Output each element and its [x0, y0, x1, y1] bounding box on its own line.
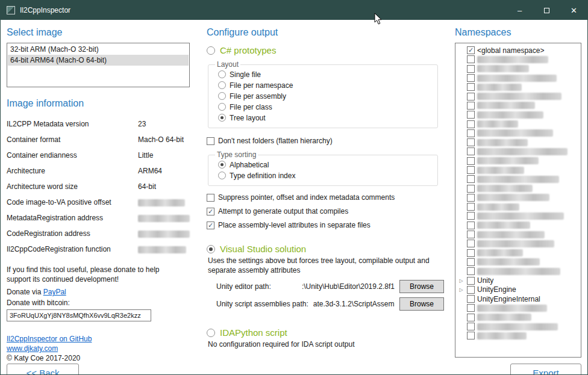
namespace-checkbox[interactable]	[467, 55, 475, 63]
image-list-item[interactable]: 32-bit ARM (Mach-O 32-bit)	[8, 44, 189, 55]
namespace-row[interactable]	[458, 129, 578, 138]
namespace-row[interactable]	[458, 119, 578, 128]
namespace-checkbox[interactable]	[467, 277, 475, 285]
namespace-row[interactable]	[458, 138, 578, 147]
namespace-row[interactable]: ▷UnityEngine	[458, 285, 578, 294]
namespace-checkbox[interactable]	[467, 65, 475, 73]
radio-option[interactable]: Type definition index	[218, 170, 433, 181]
namespace-row[interactable]	[458, 258, 578, 267]
bitcoin-address-field[interactable]	[7, 309, 151, 321]
radio-option[interactable]: File per assembly	[218, 91, 433, 101]
radio-icon	[218, 92, 226, 100]
namespace-checkbox[interactable]	[467, 166, 475, 174]
namespace-row[interactable]	[458, 202, 578, 211]
namespace-checkbox[interactable]	[467, 286, 475, 294]
namespace-row[interactable]	[458, 157, 578, 166]
namespace-checkbox[interactable]	[467, 175, 475, 183]
minimize-button[interactable]: –	[506, 1, 533, 20]
namespace-checkbox[interactable]	[467, 231, 475, 238]
namespace-checkbox[interactable]	[467, 222, 475, 229]
checkbox-option[interactable]: ✓Attempt to generate output that compile…	[207, 207, 445, 215]
namespace-row[interactable]	[458, 64, 578, 73]
namespace-list[interactable]: ✓<global namespace>▷Unity▷UnityEngineUni…	[455, 43, 581, 358]
namespace-row[interactable]	[458, 221, 578, 230]
namespace-checkbox[interactable]	[467, 258, 475, 266]
namespace-row[interactable]	[458, 175, 578, 184]
close-button[interactable]: ✕	[560, 1, 587, 20]
namespace-checkbox[interactable]	[467, 147, 475, 155]
namespace-checkbox[interactable]	[467, 323, 475, 330]
info-row: Il2CppCodeRegistration function	[7, 241, 190, 257]
namespace-row[interactable]	[458, 193, 578, 202]
namespace-checkbox[interactable]	[467, 138, 475, 146]
namespace-row[interactable]: ▷Unity	[458, 276, 578, 285]
namespace-row[interactable]	[458, 331, 578, 340]
namespace-checkbox[interactable]	[467, 194, 475, 202]
namespace-checkbox[interactable]	[467, 83, 475, 91]
namespace-checkbox[interactable]	[467, 295, 475, 303]
maximize-button[interactable]	[533, 1, 560, 20]
namespace-checkbox[interactable]	[467, 249, 475, 257]
export-button[interactable]: Export	[510, 364, 581, 375]
namespace-row[interactable]: ✓<global namespace>	[458, 46, 578, 55]
namespace-row[interactable]	[458, 313, 578, 322]
idapython-option[interactable]: IDAPython script	[207, 327, 445, 338]
namespace-row[interactable]	[458, 211, 578, 220]
namespace-row[interactable]	[458, 101, 578, 110]
namespace-checkbox[interactable]	[467, 111, 475, 119]
namespace-row[interactable]	[458, 55, 578, 64]
expander-icon[interactable]: ▷	[458, 278, 464, 284]
namespace-row[interactable]	[458, 303, 578, 312]
namespace-checkbox[interactable]	[467, 74, 475, 82]
namespace-checkbox[interactable]	[467, 203, 475, 211]
namespace-row[interactable]	[458, 110, 578, 119]
namespace-row[interactable]	[458, 91, 578, 101]
website-link[interactable]: www.djkaty.com	[7, 344, 58, 353]
radio-option[interactable]: File per namespace	[218, 80, 433, 90]
namespace-checkbox[interactable]	[467, 157, 475, 165]
namespace-checkbox[interactable]	[467, 314, 475, 321]
namespace-checkbox[interactable]	[467, 93, 475, 101]
csharp-prototypes-option[interactable]: C# prototypes	[207, 45, 445, 55]
namespace-row[interactable]	[458, 73, 578, 82]
namespace-checkbox[interactable]	[467, 129, 475, 137]
namespace-checkbox[interactable]	[467, 212, 475, 220]
namespace-row[interactable]	[458, 322, 578, 331]
namespace-row[interactable]	[458, 267, 578, 276]
namespace-checkbox[interactable]	[467, 267, 475, 275]
namespace-row[interactable]	[458, 82, 578, 91]
namespace-checkbox[interactable]	[467, 120, 475, 128]
namespace-checkbox[interactable]	[467, 102, 475, 110]
checkbox-option[interactable]: ✓Place assembly-level attributes in sepa…	[207, 221, 445, 229]
namespace-row[interactable]	[458, 147, 578, 156]
checkbox-option[interactable]: Suppress pointer, offset and index metad…	[207, 193, 445, 202]
browse-assemblies-button[interactable]: Browse	[399, 297, 444, 311]
namespace-checkbox[interactable]	[467, 304, 475, 312]
namespace-row[interactable]	[458, 166, 578, 175]
radio-option[interactable]: File per class	[218, 102, 433, 112]
namespace-checkbox[interactable]	[467, 185, 475, 193]
namespace-row[interactable]	[458, 249, 578, 258]
browse-editor-button[interactable]: Browse	[399, 280, 444, 293]
radio-option[interactable]: Tree layout	[218, 113, 433, 123]
radio-option[interactable]: Single file	[218, 69, 433, 79]
namespace-checkbox[interactable]	[467, 332, 475, 339]
back-button[interactable]: << Back	[7, 364, 79, 375]
visual-studio-option[interactable]: Visual Studio solution	[207, 244, 445, 254]
info-row: CodeRegistration address	[7, 226, 190, 241]
namespace-row[interactable]	[458, 239, 578, 248]
paypal-link[interactable]: PayPal	[43, 288, 66, 296]
flatten-checkbox-option[interactable]: Don't nest folders (flatten hierarchy)	[207, 137, 445, 145]
namespace-row[interactable]: UnityEngineInternal	[458, 294, 578, 303]
app-icon	[7, 6, 15, 14]
namespace-checkbox[interactable]: ✓	[467, 46, 475, 54]
expander-icon[interactable]: ▷	[458, 287, 464, 293]
radio-option[interactable]: Alphabetical	[218, 160, 433, 170]
namespace-row[interactable]	[458, 184, 578, 193]
info-value	[138, 245, 190, 253]
github-link[interactable]: Il2CppInspector on GitHub	[7, 335, 92, 343]
namespace-row[interactable]	[458, 230, 578, 239]
namespace-checkbox[interactable]	[467, 240, 475, 247]
image-listbox[interactable]: 32-bit ARM (Mach-O 32-bit)64-bit ARM64 (…	[7, 43, 190, 87]
image-list-item[interactable]: 64-bit ARM64 (Mach-O 64-bit)	[8, 55, 189, 66]
